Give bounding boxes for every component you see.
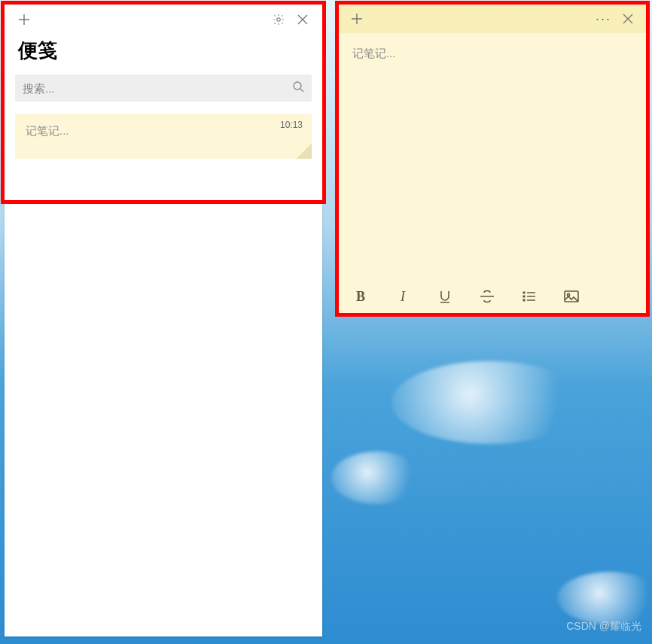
new-note-button[interactable] [12, 8, 36, 32]
strikethrough-icon [480, 290, 495, 303]
strikethrough-button[interactable] [479, 288, 495, 305]
italic-button[interactable]: I [395, 288, 411, 305]
underline-button[interactable] [437, 288, 453, 305]
close-icon [623, 14, 633, 24]
list-icon [523, 290, 536, 303]
note-preview: 记笔记... [26, 124, 301, 138]
svg-point-0 [277, 18, 281, 22]
plus-icon [18, 14, 30, 26]
svg-point-2 [523, 292, 525, 293]
bold-button[interactable]: B [352, 288, 369, 305]
svg-point-3 [523, 296, 525, 297]
note-list-item[interactable]: 10:13 记笔记... [15, 114, 312, 159]
svg-point-1 [294, 82, 301, 90]
bullet-list-button[interactable] [521, 288, 538, 305]
note-timestamp: 10:13 [280, 120, 303, 130]
close-list-button[interactable] [291, 8, 315, 32]
sticky-notes-list-window: 便笺 10:13 记笔记... [5, 5, 322, 636]
close-note-button[interactable] [616, 7, 640, 31]
plus-icon [351, 13, 363, 25]
search-icon [292, 80, 304, 96]
note-titlebar: ··· [339, 5, 646, 33]
image-icon [564, 290, 579, 302]
format-toolbar: B I [339, 280, 646, 313]
underline-icon [438, 290, 452, 303]
list-toolbar [5, 5, 322, 35]
new-note-button[interactable] [345, 7, 369, 31]
note-editor[interactable] [339, 33, 646, 280]
search-input[interactable] [23, 82, 292, 95]
insert-image-button[interactable] [563, 288, 580, 305]
sticky-note-window: ··· B I [339, 5, 646, 313]
note-menu-button[interactable]: ··· [591, 11, 616, 27]
note-fold-corner [297, 144, 312, 159]
svg-point-4 [523, 299, 525, 301]
close-icon [297, 14, 308, 25]
list-title: 便笺 [5, 35, 322, 74]
gear-icon [272, 13, 285, 26]
search-box[interactable] [15, 74, 312, 102]
settings-button[interactable] [267, 8, 291, 32]
